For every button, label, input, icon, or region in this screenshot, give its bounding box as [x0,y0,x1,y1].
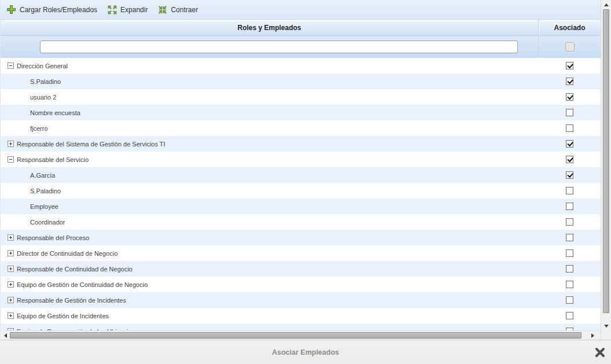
asociado-checkbox[interactable] [566,62,573,69]
expand-node-icon[interactable] [8,266,14,272]
tree-row-label: Equipo de Gestión de Incidentes [17,312,109,319]
tree-row[interactable]: Responsable del Servicio [1,152,601,167]
tree-row-asociado-cell [539,245,601,261]
tree-row-label: usuario 2 [30,94,56,101]
tree-row-asociado-cell [539,105,601,120]
expand-node-icon[interactable] [8,141,14,147]
asociado-checkbox[interactable] [566,281,573,288]
tree-row-label: Responsable de Gestión de Incidentes [17,297,126,304]
tree-row[interactable]: Coordinador [1,214,601,230]
tree-row[interactable]: S.Paladino [1,73,601,89]
tree-row[interactable]: Responsable del Sistema de Gestión de Se… [1,136,601,152]
scroll-down-button[interactable] [601,321,611,330]
tree-row-role-cell: usuario 2 [1,89,539,105]
tree-row-role-cell: Director de Continuidad de Negocio [1,245,539,261]
asociado-checkbox[interactable] [566,171,573,179]
tree-row[interactable]: Dirección General [1,58,601,73]
tree-row-asociado-cell [539,136,601,152]
load-roles-label: Cargar Roles/Empleados [20,6,97,14]
down-arrow-icon [604,325,609,328]
tree-row-asociado-cell [539,277,601,292]
expand-all-button[interactable]: Expandir [108,5,148,14]
asociado-checkbox[interactable] [566,249,573,257]
tree-row-label: S.Paladino [30,78,61,85]
tree-row-asociado-cell [539,198,601,214]
vertical-scrollbar[interactable] [601,0,611,330]
expand-node-icon[interactable] [8,250,14,256]
asociado-checkbox[interactable] [566,328,573,330]
tree-row-role-cell: S.Paladino [1,73,539,89]
asociado-checkbox[interactable] [566,187,573,194]
tree-row[interactable]: Director de Continuidad de Negocio [1,245,601,261]
tree-row-label: Coordinador [30,219,65,226]
tree-row-role-cell: Equipo de Gestión de Incidentes [1,308,539,323]
asociado-checkbox[interactable] [566,234,573,241]
tree-row-role-cell: Equipo de Gestión de Continuidad de Nego… [1,277,539,292]
tree-row[interactable]: Nombre encuesta [1,105,601,120]
tree-row-asociado-cell [539,73,601,89]
tree-row-label: Responsable de Continuidad de Negocio [17,266,132,273]
main-column: Cargar Roles/Empleados Exp [0,0,601,340]
tree-row[interactable]: Responsable de Gestión de Incidentes [1,292,601,308]
collapse-node-icon[interactable] [8,62,14,69]
tree-row[interactable]: Responsable de Continuidad de Negocio [1,261,601,277]
tree-row-label: Responsable del Proceso [17,234,89,241]
horizontal-scrollbar[interactable] [1,330,601,340]
add-plus-icon [6,5,16,14]
expand-arrows-icon [108,5,117,14]
tree-row[interactable]: Employee [1,198,601,214]
collapse-node-icon[interactable] [8,156,14,163]
tree-row[interactable]: Responsable del Proceso [1,230,601,245]
tree-row[interactable]: Equipo de Recuperación de las Ubicacione… [1,323,601,330]
expand-node-icon[interactable] [8,297,14,303]
tree-row-role-cell: fjcerro [1,120,539,136]
roles-filter-input[interactable] [40,41,518,53]
tree-row-role-cell: S.Paladino [1,183,539,198]
tree-row[interactable]: S.Paladino [1,183,601,198]
expand-node-icon[interactable] [8,281,14,288]
close-button[interactable] [594,347,606,358]
expand-node-icon[interactable] [8,234,14,241]
asociado-checkbox[interactable] [566,156,573,163]
tree-row[interactable]: Equipo de Gestión de Incidentes [1,308,601,323]
scroll-right-button[interactable] [588,331,597,340]
collapse-all-button[interactable]: Contraer [158,5,198,14]
tree-row-label: Director de Continuidad de Negocio [17,250,117,257]
tree-row[interactable]: Equipo de Gestión de Continuidad de Nego… [1,277,601,292]
column-header-roles: Roles y Empleados [1,20,539,35]
asociado-checkbox[interactable] [566,312,573,319]
collapse-arrows-icon [158,5,167,14]
tree-row-role-cell: Equipo de Recuperación de las Ubicacione… [1,323,539,330]
tree-row-label: Equipo de Gestión de Continuidad de Nego… [17,281,148,288]
asociado-checkbox[interactable] [566,203,573,210]
grid-header: Roles y Empleados Asociado [1,20,601,36]
expand-node-icon[interactable] [8,328,14,330]
vertical-scrollbar-thumb[interactable] [603,9,609,313]
asociado-checkbox[interactable] [566,218,573,226]
right-scrollbar-column [601,0,611,340]
asociado-checkbox[interactable] [566,140,573,148]
tree-row[interactable]: fjcerro [1,120,601,136]
load-roles-button[interactable]: Cargar Roles/Empleados [6,5,97,14]
asociar-empleados-dialog: Cargar Roles/Empleados Exp [0,0,611,364]
tree-row-role-cell: Responsable del Sistema de Gestión de Se… [1,136,539,152]
horizontal-scrollbar-thumb[interactable] [10,332,581,339]
asociado-checkbox[interactable] [566,109,573,116]
expand-node-icon[interactable] [8,312,14,319]
scroll-up-button[interactable] [601,0,611,9]
asociado-checkbox[interactable] [566,296,573,304]
tree-row[interactable]: usuario 2 [1,89,601,105]
scrollbar-corner [601,330,611,340]
tree-row-label: A.García [30,172,55,179]
asociado-checkbox[interactable] [566,124,573,132]
scroll-left-button[interactable] [1,331,10,340]
collapse-all-label: Contraer [171,6,198,14]
tree-row-role-cell: Coordinador [1,214,539,230]
asociado-checkbox[interactable] [566,265,573,273]
toolbar: Cargar Roles/Empleados Exp [1,0,601,20]
asociado-checkbox[interactable] [566,93,573,101]
tree-row-asociado-cell [539,167,601,183]
tree-row-role-cell: A.García [1,167,539,183]
asociado-checkbox[interactable] [566,78,573,85]
tree-row[interactable]: A.García [1,167,601,183]
